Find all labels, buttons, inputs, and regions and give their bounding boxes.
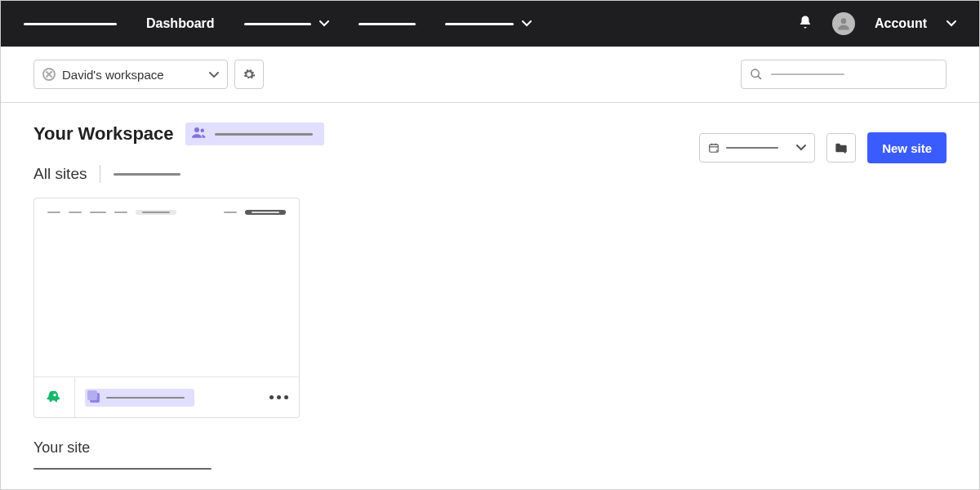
account-menu[interactable]: Account (875, 16, 956, 31)
your-site-heading: Your site (33, 439, 699, 457)
new-site-button[interactable]: New site (867, 132, 947, 163)
more-icon (270, 395, 288, 399)
workspace-badge[interactable] (185, 122, 324, 145)
workspace-selector[interactable]: David's workspace (33, 60, 228, 89)
nav-item-dashboard[interactable]: Dashboard (146, 16, 215, 31)
svg-point-1 (751, 69, 759, 77)
people-icon (192, 127, 207, 141)
site-name-chip[interactable] (85, 389, 194, 407)
filter-placeholder[interactable] (114, 173, 180, 176)
notifications-icon[interactable] (798, 15, 813, 33)
all-sites-heading: All sites (33, 165, 87, 183)
site-preview (34, 198, 299, 376)
nav-item-dropdown-2[interactable] (445, 20, 532, 27)
folder-add-icon (835, 142, 848, 154)
search-placeholder (771, 74, 844, 75)
add-folder-button[interactable] (826, 133, 856, 163)
nav-item-3[interactable] (359, 23, 416, 25)
svg-point-4 (200, 129, 204, 133)
avatar[interactable] (832, 12, 855, 35)
svg-line-2 (758, 76, 761, 79)
site-card[interactable] (33, 198, 300, 418)
rocket-icon (47, 389, 63, 407)
chevron-down-icon (796, 145, 806, 151)
workspace-settings-button[interactable] (234, 60, 264, 89)
workspace-bar: David's workspace (1, 47, 979, 103)
nav-item-logo[interactable] (24, 23, 117, 25)
svg-point-0 (841, 18, 847, 24)
preview-tab-dark (245, 210, 286, 215)
chevron-down-icon (947, 20, 956, 27)
search-icon (750, 68, 763, 81)
page-title: Your Workspace (33, 123, 174, 145)
nav-item-dropdown-1[interactable] (244, 20, 329, 27)
close-circle-icon (42, 68, 56, 81)
top-nav: Dashboard Account (1, 1, 979, 47)
main-content: Your Workspace All sites (1, 103, 979, 489)
folder-icon (90, 393, 100, 403)
calendar-icon (708, 142, 719, 154)
chevron-down-icon (209, 67, 219, 82)
account-label: Account (875, 16, 927, 31)
page-actions: New site (699, 132, 947, 163)
nav-dashboard-label: Dashboard (146, 16, 215, 31)
site-more-button[interactable] (258, 377, 299, 417)
chevron-down-icon (319, 20, 329, 27)
preview-tab-light (136, 210, 176, 215)
svg-point-3 (194, 127, 199, 132)
site-status (34, 377, 75, 417)
divider (100, 165, 100, 183)
date-range-selector[interactable] (699, 133, 815, 163)
chevron-down-icon (522, 20, 532, 27)
workspace-name: David's workspace (62, 68, 164, 82)
search-input[interactable] (741, 60, 947, 89)
your-site-placeholder (33, 468, 212, 470)
gear-icon (243, 68, 256, 81)
